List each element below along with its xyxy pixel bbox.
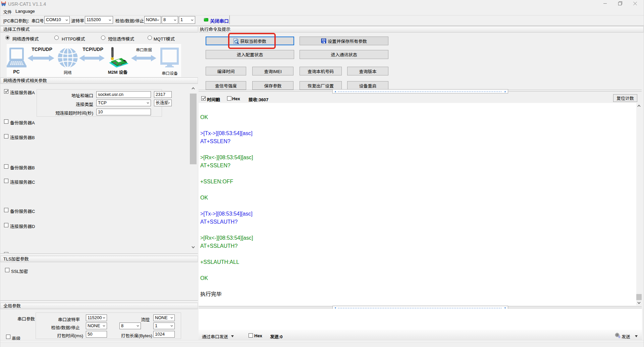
svg-text:PC: PC <box>13 69 19 74</box>
svg-text:TCP/UDP: TCP/UDP <box>83 47 103 52</box>
svg-text:M2M 设备: M2M 设备 <box>108 70 128 75</box>
svg-text:网络: 网络 <box>64 69 72 75</box>
svg-text:TCP/UDP: TCP/UDP <box>32 47 52 52</box>
svg-text:串口设备: 串口设备 <box>162 70 178 76</box>
svg-text:串口数据: 串口数据 <box>136 47 152 52</box>
